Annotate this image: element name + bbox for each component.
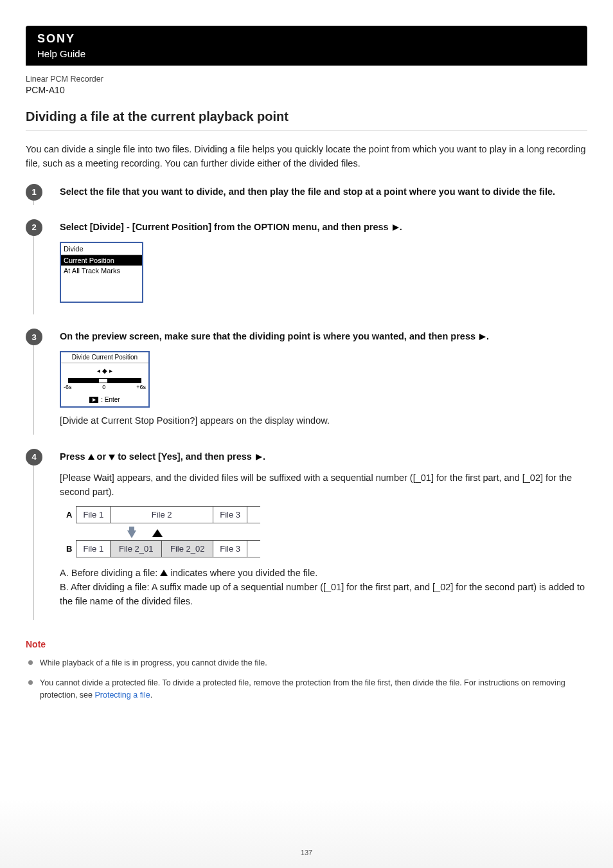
protecting-a-file-link[interactable]: Protecting a file	[94, 691, 150, 700]
lcd-selected-row: Current Position	[61, 255, 142, 266]
title-divider	[26, 131, 587, 131]
step-1-title: Select the file that you want to divide,…	[60, 185, 587, 199]
step-number-badge: 4	[26, 449, 42, 466]
up-triangle-icon	[88, 454, 94, 460]
note-item: While playback of a file is in progress,…	[28, 657, 587, 669]
header-bar: SONY Help Guide	[26, 26, 587, 66]
intro-paragraph: You can divide a single file into two fi…	[26, 143, 587, 171]
play-icon	[479, 334, 486, 340]
t4-mid: or	[94, 451, 109, 462]
scale-mid: 0	[102, 384, 105, 391]
step-1: 1 Select the file that you want to divid…	[33, 185, 587, 205]
note-section: Note While playback of a file is in prog…	[26, 639, 587, 701]
page-number: 137	[0, 849, 613, 856]
step-2-title: Select [Divide] - [Current Position] fro…	[60, 221, 587, 234]
diagram-row-a-label: A	[60, 506, 76, 523]
step-4-body: [Please Wait] appears, and the divided f…	[60, 471, 587, 500]
step-3: 3 On the preview screen, make sure that …	[33, 330, 587, 435]
lcd-preview-screen: Divide Current Position ◂ ◆ ▸ -6s 0 +6s …	[60, 351, 150, 408]
lcd2-scale: -6s 0 +6s	[61, 384, 148, 393]
t4-pre: Press	[60, 451, 88, 462]
lcd2-title: Divide Current Position	[61, 352, 148, 363]
desc-a-post: indicates where you divided the file.	[168, 568, 317, 578]
help-guide-label: Help Guide	[37, 48, 576, 59]
arrow-down-icon	[127, 530, 136, 538]
step-2-title-post: .	[400, 222, 402, 232]
diagram-cell: File 1	[76, 506, 111, 523]
diagram-row-b-label: B	[60, 540, 76, 557]
product-line: Linear PCM Recorder	[26, 75, 587, 84]
note-item-post: .	[150, 691, 152, 700]
step-number-badge: 1	[26, 184, 42, 201]
t4-mid2: to select [Yes], and then press	[115, 451, 254, 462]
t4-post: .	[263, 451, 265, 462]
diagram-cell: File 3	[213, 540, 247, 557]
step-3-title-pre: On the preview screen, make sure that th…	[60, 331, 478, 341]
down-triangle-icon	[109, 455, 115, 460]
step-2: 2 Select [Divide] - [Current Position] f…	[33, 221, 587, 315]
diagram-desc-b: B. After dividing a file: A suffix made …	[60, 581, 587, 609]
diagram-cell: File 1	[76, 540, 111, 557]
note-item: You cannot divide a protected file. To d…	[28, 677, 587, 701]
play-icon	[89, 397, 98, 403]
scale-right: +6s	[136, 384, 146, 391]
step-3-body: [Divide at Current Stop Position?] appea…	[60, 414, 587, 428]
enter-label: : Enter	[101, 396, 120, 404]
brand-logo: SONY	[37, 32, 576, 46]
diagram-cell: File 3	[213, 506, 247, 523]
page-title: Dividing a file at the current playback …	[26, 109, 587, 124]
file-divide-diagram: A File 1 File 2 File 3	[60, 506, 587, 558]
diagram-cell: File 2	[111, 506, 213, 523]
play-icon	[256, 454, 262, 460]
step-number-badge: 3	[26, 329, 42, 345]
lcd-divide-menu: Divide Current Position At All Track Mar…	[60, 242, 143, 303]
step-4: 4 Press or to select [Yes], and then pre…	[33, 450, 587, 620]
up-triangle-icon	[160, 570, 168, 576]
lcd2-footer: : Enter	[61, 393, 148, 406]
diagram-cell: File 2_01	[111, 540, 162, 557]
scale-left: -6s	[64, 384, 72, 391]
lcd-row: At All Track Marks	[61, 266, 142, 276]
step-number-badge: 2	[26, 219, 42, 236]
note-heading: Note	[26, 639, 587, 649]
desc-a-pre: A. Before dividing a file:	[60, 568, 160, 578]
lcd-title: Divide	[61, 243, 142, 255]
model-number: PCM-A10	[26, 85, 587, 95]
play-icon	[393, 224, 399, 231]
diagram-desc-a: A. Before dividing a file: indicates whe…	[60, 566, 587, 581]
step-2-title-pre: Select [Divide] - [Current Position] fro…	[60, 222, 391, 232]
diagram-cell: File 2_02	[162, 540, 213, 557]
step-3-title-post: .	[486, 331, 489, 341]
lcd2-marker-row: ◂ ◆ ▸	[61, 363, 148, 376]
step-4-title: Press or to select [Yes], and then press…	[60, 450, 587, 464]
step-3-title: On the preview screen, make sure that th…	[60, 330, 587, 343]
divide-point-marker-icon	[152, 529, 163, 537]
